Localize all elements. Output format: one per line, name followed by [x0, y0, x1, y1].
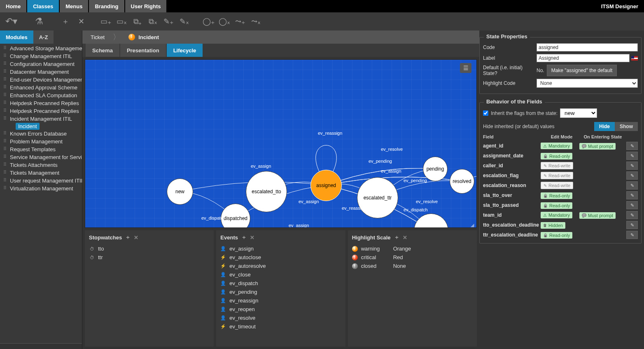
- edit-field-button[interactable]: ✎: [626, 171, 638, 180]
- remove-stopwatch-icon[interactable]: ✕: [134, 234, 138, 241]
- remove-icon[interactable]: ✕: [75, 15, 87, 28]
- tree-item[interactable]: Enhanced Approval Scheme: [0, 84, 82, 91]
- hide-button[interactable]: Hide: [594, 122, 615, 131]
- edit-field-button[interactable]: ✎: [626, 201, 638, 209]
- topnav-tab-home[interactable]: Home: [0, 0, 26, 12]
- event-item[interactable]: 👤ev_pending: [220, 288, 341, 296]
- state-add-icon[interactable]: ◯₊: [203, 15, 215, 28]
- box-add-icon[interactable]: ▭₊: [100, 15, 112, 28]
- edit-field-button[interactable]: ✎: [626, 181, 638, 190]
- tree-item[interactable]: Advanced Storage Management: [0, 45, 82, 52]
- editmode-badge[interactable]: Read-only: [541, 202, 572, 209]
- state-node-assigned[interactable]: assigned: [310, 170, 342, 201]
- edit-field-button[interactable]: ✎: [626, 162, 638, 170]
- state-node-resolved[interactable]: resolved: [450, 169, 474, 194]
- remove-event-icon[interactable]: ✕: [250, 234, 254, 241]
- edit-add-icon[interactable]: ✎₊: [162, 15, 175, 28]
- enter-badge[interactable]: Must prompt: [579, 143, 616, 150]
- inherit-select[interactable]: new: [560, 108, 597, 118]
- editmode-badge[interactable]: Hidden: [541, 222, 565, 229]
- editmode-badge[interactable]: Read-write: [541, 182, 573, 189]
- code-input[interactable]: [537, 43, 638, 52]
- subtab-schema[interactable]: Schema: [86, 44, 119, 57]
- event-item[interactable]: 👤ev_close: [220, 270, 341, 279]
- lefttab-modules[interactable]: Modules: [0, 30, 33, 44]
- edit-field-button[interactable]: ✎: [626, 231, 638, 239]
- link-remove-icon[interactable]: ⧉ₓ: [147, 15, 159, 28]
- tree-item[interactable]: Incident Management ITIL: [0, 115, 82, 123]
- tree-item[interactable]: Problem Management: [0, 138, 82, 145]
- editmode-badge[interactable]: Read-only: [541, 153, 572, 159]
- highlight-item[interactable]: closedNone: [352, 262, 473, 270]
- event-item[interactable]: ⚡ev_timeout: [220, 322, 341, 331]
- lefttab-a-z[interactable]: A-Z: [33, 30, 54, 44]
- stopwatch-item[interactable]: ⏱ttr: [89, 253, 210, 262]
- editmode-badge[interactable]: Read-only: [541, 232, 572, 239]
- remove-highlight-icon[interactable]: ✕: [403, 234, 407, 241]
- tree-item[interactable]: Helpdesk Precanned Replies: [0, 99, 82, 107]
- show-button[interactable]: Show: [615, 122, 638, 131]
- tree-item[interactable]: Known Errors Database: [0, 130, 82, 138]
- topnav-tab-branding[interactable]: Branding: [89, 0, 124, 12]
- list-view-icon[interactable]: ☰: [460, 63, 471, 73]
- add-highlight-icon[interactable]: ＋: [394, 234, 399, 241]
- highlight-item[interactable]: warningOrange: [352, 244, 473, 253]
- resize-handle-icon[interactable]: [471, 222, 476, 227]
- state-node-escalated_ttr[interactable]: escalated_ttr: [357, 177, 398, 218]
- make-default-button[interactable]: Make "assigned" the default: [547, 65, 617, 76]
- flag-us-icon[interactable]: [631, 56, 638, 61]
- topnav-tab-classes[interactable]: Classes: [27, 0, 59, 12]
- tree-item[interactable]: Helpdesk Precanned Replies: [0, 107, 82, 115]
- event-item[interactable]: ⚡ev_autoresolve: [220, 262, 341, 270]
- edit-field-button[interactable]: ✎: [626, 152, 638, 160]
- subtab-presentation[interactable]: Presentation: [120, 44, 166, 57]
- tree-item[interactable]: Tickets Attachments: [0, 161, 82, 169]
- horizontal-scrollbar[interactable]: [0, 343, 82, 349]
- trans-remove-icon[interactable]: ⤳ₓ: [250, 15, 262, 28]
- tree-item[interactable]: Service Management for Service: [0, 153, 82, 161]
- state-node-escalated_tto[interactable]: escalated_tto: [246, 171, 287, 212]
- breadcrumb-class[interactable]: Ticket: [91, 34, 105, 40]
- tree-item[interactable]: End-user Devices Management: [0, 76, 82, 84]
- event-item[interactable]: 👤ev_reopen: [220, 305, 341, 314]
- tree-item[interactable]: Enhanced SLA Computation: [0, 91, 82, 99]
- state-node-pending[interactable]: pending: [423, 157, 448, 181]
- stopwatch-item[interactable]: ⏱tto: [89, 244, 210, 253]
- editmode-badge[interactable]: Mandatory: [541, 212, 572, 218]
- add-event-icon[interactable]: ＋: [241, 234, 247, 241]
- edit-field-button[interactable]: ✎: [626, 142, 638, 150]
- edit-field-button[interactable]: ✎: [626, 191, 638, 199]
- breadcrumb-leaf[interactable]: Incident: [138, 34, 159, 40]
- tree-item-selected[interactable]: Incident: [16, 123, 40, 130]
- state-node-new[interactable]: new: [167, 178, 193, 205]
- highlight-item[interactable]: criticalRed: [352, 253, 473, 262]
- tree-item[interactable]: Request Templates: [0, 145, 82, 153]
- trans-add-icon[interactable]: ⤳₊: [234, 15, 246, 28]
- add-icon[interactable]: ＋: [59, 15, 72, 28]
- inherit-checkbox[interactable]: [483, 110, 488, 116]
- event-item[interactable]: 👤ev_dispatch: [220, 279, 341, 288]
- undo-icon[interactable]: ↶▾: [3, 15, 19, 28]
- tree-item[interactable]: Virtualization Management: [0, 185, 82, 192]
- tree-item[interactable]: Datacenter Management: [0, 68, 82, 76]
- event-item[interactable]: 👤ev_reassign: [220, 296, 341, 305]
- edit-field-button[interactable]: ✎: [626, 211, 638, 219]
- enter-badge[interactable]: Must prompt: [579, 212, 616, 219]
- editmode-badge[interactable]: Mandatory: [541, 143, 572, 149]
- add-stopwatch-icon[interactable]: ＋: [125, 234, 131, 241]
- tree-item[interactable]: Configuration Management: [0, 60, 82, 68]
- edit-field-button[interactable]: ✎: [626, 221, 638, 229]
- tree-item[interactable]: Tickets Management: [0, 169, 82, 177]
- editmode-badge[interactable]: Read-write: [541, 162, 573, 169]
- subtab-lifecycle[interactable]: Lifecycle: [167, 44, 203, 57]
- topnav-tab-user-rights[interactable]: User Rights: [125, 0, 167, 12]
- tree-item[interactable]: User request Management ITIL: [0, 177, 82, 185]
- topnav-tab-menus[interactable]: Menus: [60, 0, 88, 12]
- flask-icon[interactable]: ⚗: [31, 15, 47, 28]
- lifecycle-canvas[interactable]: ☰ newescalated_ttodispatchedassignedesca…: [85, 59, 477, 228]
- link-add-icon[interactable]: ⧉₊: [131, 15, 143, 28]
- tree-item[interactable]: Change Management ITIL: [0, 52, 82, 60]
- editmode-badge[interactable]: Read-write: [541, 172, 573, 179]
- edit-remove-icon[interactable]: ✎ₓ: [178, 15, 190, 28]
- state-remove-icon[interactable]: ◯ₓ: [218, 15, 231, 28]
